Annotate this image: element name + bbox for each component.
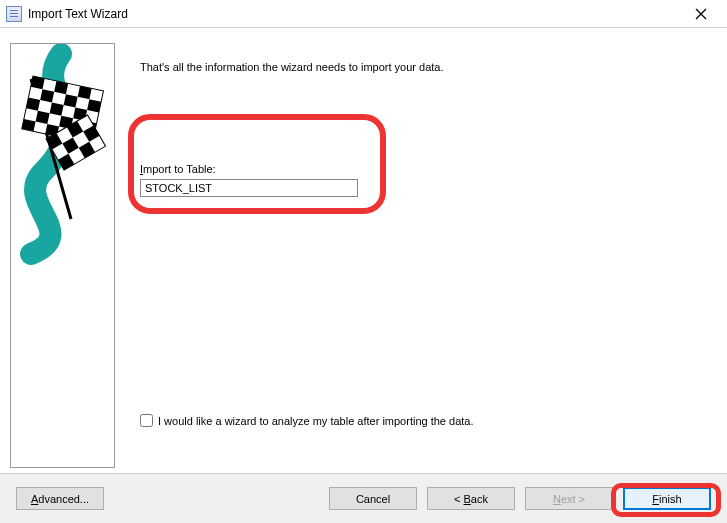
wizard-info-text: That's all the information the wizard ne…	[140, 61, 444, 73]
button-bar: Advanced... Cancel < Back Next > Finish	[0, 473, 727, 523]
import-table-label: Import to Table:	[140, 163, 358, 175]
close-button[interactable]	[681, 2, 721, 26]
analyze-checkbox-label: I would like a wizard to analyze my tabl…	[158, 415, 474, 427]
wizard-graphic	[10, 43, 115, 468]
app-icon	[6, 6, 22, 22]
back-button[interactable]: < Back	[427, 487, 515, 510]
window-title: Import Text Wizard	[28, 7, 128, 21]
close-icon	[695, 8, 707, 20]
import-table-group: Import to Table:	[140, 163, 358, 197]
import-table-input[interactable]	[140, 179, 358, 197]
finish-button[interactable]: Finish	[623, 487, 711, 510]
titlebar: Import Text Wizard	[0, 0, 727, 28]
cancel-button[interactable]: Cancel	[329, 487, 417, 510]
next-button: Next >	[525, 487, 613, 510]
analyze-checkbox[interactable]	[140, 414, 153, 427]
advanced-button[interactable]: Advanced...	[16, 487, 104, 510]
checkered-flag-icon	[11, 44, 115, 468]
analyze-checkbox-row: I would like a wizard to analyze my tabl…	[140, 414, 474, 427]
wizard-content: That's all the information the wizard ne…	[0, 28, 727, 473]
